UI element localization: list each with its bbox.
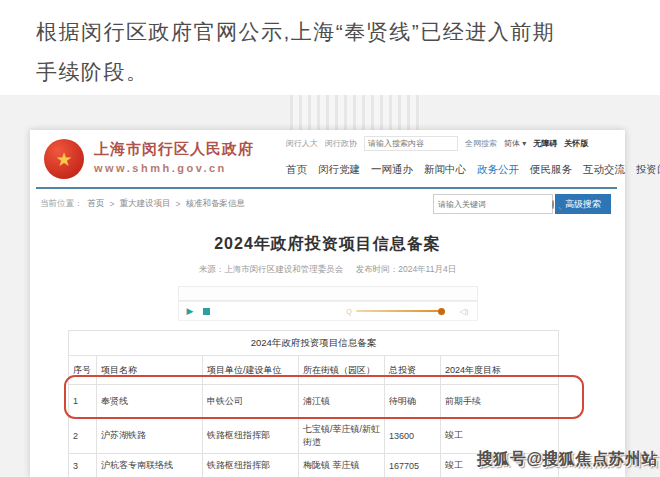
table-cell: 1 — [69, 385, 97, 418]
keyword-search-input[interactable] — [434, 200, 552, 209]
accessibility-link[interactable]: 无障碍 — [533, 138, 557, 149]
progress-slider: Q — [346, 308, 443, 315]
table-caption: 2024年政府投资项目信息备案 — [69, 331, 559, 356]
table-header-cell: 总投资 — [385, 356, 441, 385]
site-header: ★ 上海市闵行区人民政府 www.shmh.gov.cn 闵行人大 闵行政协 全… — [36, 130, 617, 189]
table-cell: 167705 — [385, 454, 441, 477]
loop-icon[interactable]: Q — [346, 308, 351, 315]
intro-line-1: 根据闵行区政府官网公示,上海“奉贤线”已经进入前期 — [36, 12, 646, 52]
site-name: 上海市闵行区人民政府 — [94, 140, 254, 159]
nav-item-interaction[interactable]: 互动交流 — [583, 163, 625, 177]
search-scope-button[interactable]: 全网搜索 — [465, 138, 497, 149]
nav-item-party[interactable]: 闵行党建 — [318, 163, 360, 177]
language-selector[interactable]: 简体 ▾ — [504, 138, 526, 149]
intro-line-2: 手续阶段。 — [36, 52, 646, 92]
table-cell: 七宝镇/莘庄镇/新虹街道 — [299, 418, 385, 454]
table-header-cell: 序号 — [69, 356, 97, 385]
top-link-zhengxie[interactable]: 闵行政协 — [325, 138, 357, 149]
slider-knob[interactable] — [438, 308, 445, 315]
table-header-row: 序号 项目名称 项目单位/建设单位 所在街镇（园区） 总投资 2024年度目标 — [69, 356, 559, 385]
audio-controls: ▶ Q ◁) — [178, 301, 478, 321]
table-cell: 沪杭客专南联络线 — [97, 454, 203, 477]
table-cell: 申铁公司 — [203, 385, 299, 418]
national-emblem-icon: ★ — [55, 150, 72, 169]
table-cell: 13600 — [385, 418, 441, 454]
stop-icon[interactable] — [203, 308, 210, 315]
table-cell: 浦江镇 — [299, 385, 385, 418]
nav-item-invest[interactable]: 投资闵行 — [636, 163, 660, 177]
search-icon[interactable] — [552, 200, 554, 209]
table-cell: 待明确 — [385, 385, 441, 418]
audio-reader-widget: ▶ Q ◁) — [178, 286, 478, 321]
site-url: www.shmh.gov.cn — [94, 162, 254, 174]
audio-reader-bar — [178, 286, 478, 301]
nav-item-gov-affairs-active[interactable]: 政务公开 — [477, 163, 519, 177]
watermark: 搜狐号@搜狐焦点苏州站 — [477, 449, 658, 470]
keyword-search-box — [433, 194, 553, 214]
breadcrumb-item-projects[interactable]: 重大建设项目 — [119, 198, 170, 210]
top-link-renda[interactable]: 闵行人大 — [286, 138, 318, 149]
document-publish-date: 发布时间：2024年11月4日 — [356, 264, 456, 274]
nav-item-home[interactable]: 首页 — [286, 163, 307, 177]
breadcrumb-label: 当前位置： — [40, 198, 83, 210]
breadcrumb-separator: > — [175, 199, 180, 209]
document-title: 2024年政府投资项目信息备案 — [30, 234, 625, 255]
article-intro: 根据闵行区政府官网公示,上海“奉贤线”已经进入前期 手续阶段。 — [36, 12, 646, 92]
top-utility-bar: 闵行人大 闵行政协 全网搜索 简体 ▾ 无障碍 关怀版 — [286, 136, 626, 151]
breadcrumb-item-home[interactable]: 首页 — [88, 198, 105, 210]
caret-down-icon: ▾ — [520, 139, 526, 148]
slider-track[interactable] — [356, 310, 444, 312]
document-meta: 来源：上海市闵行区建设和管理委员会 发布时间：2024年11月4日 — [30, 264, 625, 276]
play-icon[interactable]: ▶ — [187, 307, 194, 316]
site-search-input[interactable] — [364, 136, 458, 151]
table-header-cell: 所在街镇（园区） — [299, 356, 385, 385]
table-row-fengxian-line: 1 奉贤线 申铁公司 浦江镇 待明确 前期手续 — [69, 385, 559, 418]
nav-item-convenience[interactable]: 便民服务 — [530, 163, 572, 177]
breadcrumb-item-filings[interactable]: 核准和备案信息 — [185, 198, 245, 210]
table-cell: 铁路枢纽指挥部 — [203, 454, 299, 477]
table-header-cell: 项目单位/建设单位 — [203, 356, 299, 385]
stripe-decoration — [290, 95, 420, 135]
table-caption-row: 2024年政府投资项目信息备案 — [69, 331, 559, 356]
main-nav: 首页 闵行党建 一网通办 新闻中心 政务公开 便民服务 互动交流 投资闵行 闵行… — [286, 163, 631, 177]
advanced-search-button[interactable]: 高级搜索 — [555, 194, 611, 214]
table-header-cell: 项目名称 — [97, 356, 203, 385]
nav-item-news[interactable]: 新闻中心 — [424, 163, 466, 177]
table-cell: 梅陇镇 莘庄镇 — [299, 454, 385, 477]
gov-site-screenshot: ★ 上海市闵行区人民政府 www.shmh.gov.cn 闵行人大 闵行政协 全… — [30, 130, 625, 477]
table-cell: 奉贤线 — [97, 385, 203, 418]
table-cell: 前期手续 — [441, 385, 559, 418]
table-cell: 3 — [69, 454, 97, 477]
document-source: 来源：上海市闵行区建设和管理委员会 — [199, 264, 344, 274]
page-search: 高级搜索 — [433, 194, 611, 214]
table-header-cell: 2024年度目标 — [441, 356, 559, 385]
speaker-icon[interactable]: ◁) — [460, 307, 469, 316]
table-cell: 2 — [69, 418, 97, 454]
breadcrumb-row: 当前位置： 首页 > 重大建设项目 > 核准和备案信息 高级搜索 — [36, 189, 617, 219]
table-cell: 铁路枢纽指挥部 — [203, 418, 299, 454]
table-cell: 沪苏湖铁路 — [97, 418, 203, 454]
breadcrumb-separator: > — [110, 199, 115, 209]
care-mode-link[interactable]: 关怀版 — [564, 138, 588, 149]
gov-logo[interactable]: ★ — [44, 139, 84, 179]
nav-item-services[interactable]: 一网通办 — [371, 163, 413, 177]
site-title: 上海市闵行区人民政府 www.shmh.gov.cn — [94, 140, 254, 174]
breadcrumb: 当前位置： 首页 > 重大建设项目 > 核准和备案信息 — [36, 198, 245, 210]
